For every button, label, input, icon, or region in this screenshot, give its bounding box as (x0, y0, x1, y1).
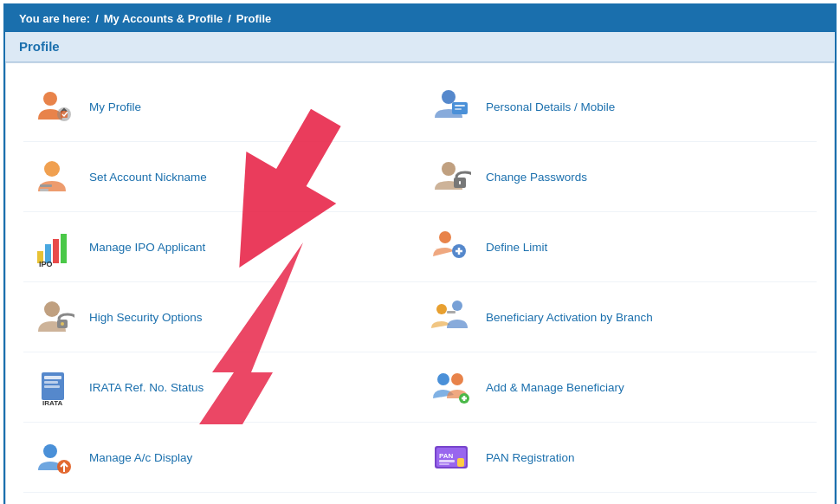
svg-rect-16 (61, 234, 67, 263)
svg-rect-39 (439, 460, 455, 462)
svg-point-20 (44, 301, 60, 317)
svg-point-32 (451, 373, 463, 385)
breadcrumb-sep1: / (95, 12, 99, 25)
svg-rect-28 (44, 381, 58, 384)
breadcrumb-bar: You are here: / My Accounts & Profile / … (5, 5, 835, 32)
menu-item-label-my-profile: My Profile (89, 100, 141, 113)
svg-rect-25 (447, 311, 456, 313)
my-profile-icon (32, 84, 77, 129)
svg-text:IPO: IPO (39, 260, 53, 267)
profile-header: Profile (5, 32, 835, 62)
menu-item-irata[interactable]: IRATA IRATA Ref. No. Status (23, 352, 420, 423)
svg-point-0 (43, 92, 57, 106)
menu-item-label-change-passwords: Change Passwords (486, 171, 587, 184)
svg-point-23 (436, 304, 447, 314)
breadcrumb-accounts-link[interactable]: My Accounts & Profile (104, 12, 223, 25)
breadcrumb-profile-link[interactable]: Profile (236, 12, 271, 25)
menu-item-add-manage-beneficiary[interactable]: Add & Manage Beneficiary (420, 352, 817, 423)
svg-rect-5 (455, 105, 465, 107)
main-content: My Profile Personal Details / Mobile Set… (5, 62, 835, 504)
menu-item-set-account-nickname[interactable]: Set Account Nickname (23, 142, 420, 212)
svg-rect-12 (459, 181, 461, 184)
menu-item-manage-ipo[interactable]: IPO Manage IPO Applicant (23, 212, 420, 282)
menu-item-manage-ac-display[interactable]: Manage A/c Display (23, 423, 420, 493)
manage-ac-icon (32, 435, 77, 480)
change-passwords-icon (429, 154, 474, 199)
svg-point-18 (439, 231, 451, 243)
svg-point-22 (61, 322, 64, 326)
svg-rect-15 (53, 239, 59, 263)
pan-icon: PAN (429, 435, 474, 480)
beneficiary-branch-icon (429, 294, 474, 339)
breadcrumb-sep2: / (228, 12, 231, 25)
svg-text:IRATA: IRATA (42, 399, 62, 407)
svg-rect-29 (44, 385, 60, 388)
page-title: Profile (19, 39, 60, 54)
menu-item-label-beneficiary-branch: Beneficiary Activation by Branch (486, 311, 653, 324)
high-security-icon (32, 294, 77, 339)
menu-item-high-security[interactable]: High Security Options (23, 282, 420, 352)
menu-item-label-set-account-nickname: Set Account Nickname (89, 171, 207, 184)
menu-item-beneficiary-branch[interactable]: Beneficiary Activation by Branch (420, 282, 817, 352)
svg-point-3 (442, 90, 456, 104)
personal-details-icon (429, 84, 474, 129)
svg-rect-27 (44, 376, 61, 379)
irata-icon: IRATA (32, 365, 77, 410)
define-limit-icon (429, 224, 474, 269)
menu-grid: My Profile Personal Details / Mobile Set… (23, 72, 817, 504)
menu-item-pan-registration[interactable]: PAN PAN Registration (420, 423, 817, 493)
you-are-here-label: You are here: (19, 12, 90, 25)
svg-rect-8 (40, 184, 52, 187)
menu-item-label-irata: IRATA Ref. No. Status (89, 381, 204, 394)
menu-item-label-pan-registration: PAN Registration (486, 451, 575, 464)
menu-item-personal-details[interactable]: Personal Details / Mobile (420, 72, 817, 142)
svg-text:PAN: PAN (439, 452, 454, 460)
menu-item-label-add-manage-beneficiary: Add & Manage Beneficiary (486, 381, 624, 394)
menu-item-define-limit[interactable]: Define Limit (420, 212, 817, 282)
menu-item-set-sms-language[interactable]: A अ Set SMS Language (23, 493, 420, 504)
account-nickname-icon (32, 154, 77, 199)
svg-point-34 (43, 444, 57, 458)
menu-item-label-manage-ipo: Manage IPO Applicant (89, 241, 205, 254)
menu-item-label-personal-details: Personal Details / Mobile (486, 100, 615, 113)
svg-point-24 (452, 300, 462, 311)
svg-rect-40 (439, 463, 449, 465)
page-wrapper: You are here: / My Accounts & Profile / … (3, 3, 837, 504)
svg-point-10 (442, 162, 456, 176)
svg-point-31 (437, 373, 449, 385)
menu-item-label-high-security: High Security Options (89, 311, 203, 324)
svg-point-7 (44, 161, 60, 177)
menu-item-enable-upi[interactable]: UPI Enable / Disable Accounts for UPI (420, 493, 817, 504)
svg-rect-6 (455, 108, 462, 110)
svg-rect-9 (40, 189, 48, 191)
menu-item-my-profile[interactable]: My Profile (23, 72, 420, 142)
svg-rect-41 (457, 458, 464, 467)
menu-item-change-passwords[interactable]: Change Passwords (420, 142, 817, 212)
menu-item-label-manage-ac-display: Manage A/c Display (89, 451, 192, 464)
add-beneficiary-icon (429, 365, 474, 410)
ipo-icon: IPO (32, 224, 77, 269)
menu-item-label-define-limit: Define Limit (486, 241, 547, 254)
